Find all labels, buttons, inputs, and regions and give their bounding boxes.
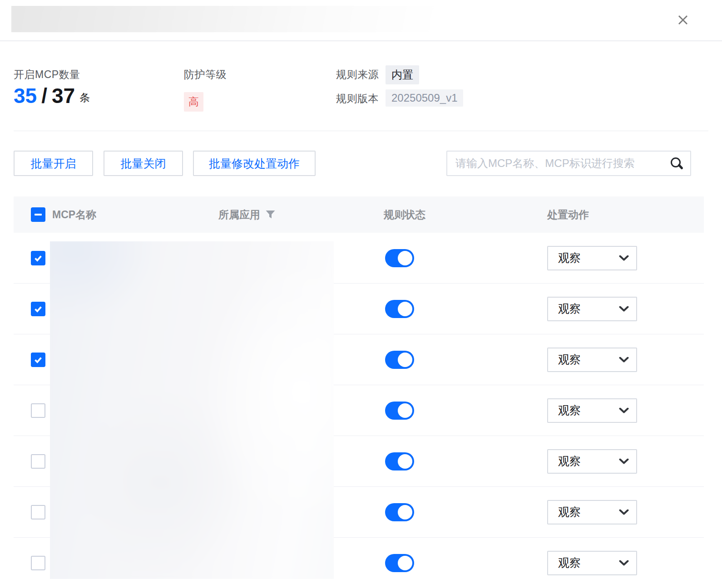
close-button[interactable] — [671, 8, 695, 32]
action-select-value: 观察 — [558, 505, 581, 519]
enabled-total: 37 — [52, 85, 75, 106]
row-checkbox[interactable] — [31, 302, 45, 316]
action-select[interactable]: 观察 — [547, 246, 637, 270]
protection-level-badge: 高 — [184, 92, 203, 112]
rule-source-label: 规则来源 — [336, 68, 379, 82]
action-select[interactable]: 观察 — [547, 449, 637, 474]
enabled-current: 35 — [14, 85, 37, 106]
filter-icon[interactable] — [266, 211, 275, 219]
chevron-down-icon — [619, 458, 629, 464]
search-input[interactable] — [447, 157, 669, 170]
chevron-down-icon — [619, 255, 629, 261]
enabled-separator: / — [41, 85, 47, 106]
enabled-count-label: 开启MCP数量 — [14, 68, 80, 82]
row-checkbox[interactable] — [31, 353, 45, 367]
action-select[interactable]: 观察 — [547, 500, 637, 524]
action-select[interactable]: 观察 — [547, 297, 637, 321]
check-icon — [33, 355, 43, 365]
column-header-mcp-name: MCP名称 — [52, 208, 96, 222]
action-select-value: 观察 — [558, 301, 581, 316]
search-icon[interactable] — [669, 156, 684, 171]
search-box — [446, 151, 691, 176]
action-select[interactable]: 观察 — [547, 551, 637, 575]
redacted-content — [50, 241, 334, 579]
row-checkbox[interactable] — [31, 556, 45, 570]
batch-disable-button[interactable]: 批量关闭 — [104, 151, 183, 176]
rule-status-toggle[interactable] — [385, 452, 414, 470]
column-header-app: 所属应用 — [218, 208, 275, 222]
action-select-value: 观察 — [558, 403, 581, 418]
chevron-down-icon — [619, 407, 629, 413]
select-all-checkbox[interactable] — [31, 207, 45, 222]
dialog-title-redacted — [11, 6, 488, 32]
rule-status-toggle[interactable] — [385, 503, 414, 521]
protection-level-label: 防护等级 — [184, 68, 227, 82]
column-header-action: 处置动作 — [547, 208, 589, 222]
enabled-unit: 条 — [79, 91, 90, 106]
action-select[interactable]: 观察 — [547, 348, 637, 372]
action-select-value: 观察 — [558, 250, 581, 265]
chevron-down-icon — [619, 306, 629, 312]
batch-enable-button[interactable]: 批量开启 — [14, 151, 93, 176]
rule-version-badge: 20250509_v1 — [386, 89, 463, 107]
rule-source-badge: 内置 — [386, 65, 419, 84]
row-checkbox[interactable] — [31, 251, 45, 265]
rule-status-toggle[interactable] — [385, 351, 414, 369]
batch-modify-action-button[interactable]: 批量修改处置动作 — [193, 151, 316, 176]
rule-status-toggle[interactable] — [385, 249, 414, 267]
chevron-down-icon — [619, 357, 629, 363]
mcp-rules-dialog: 开启MCP数量 35 / 37 条 防护等级 高 规则来源 内置 规则版本 20… — [0, 0, 722, 588]
action-select-value: 观察 — [558, 555, 581, 570]
header-divider — [0, 40, 722, 41]
close-icon — [676, 13, 690, 27]
table-header: MCP名称 所属应用 规则状态 处置动作 — [14, 196, 704, 233]
row-checkbox[interactable] — [31, 403, 45, 418]
rule-status-toggle[interactable] — [385, 402, 414, 420]
rule-status-toggle[interactable] — [385, 300, 414, 318]
chevron-down-icon — [619, 560, 629, 566]
column-header-status: 规则状态 — [384, 208, 425, 222]
rule-status-toggle[interactable] — [385, 554, 414, 572]
check-icon — [33, 253, 43, 263]
action-select[interactable]: 观察 — [547, 398, 637, 423]
minus-icon — [35, 214, 42, 216]
enabled-count-value: 35 / 37 条 — [14, 85, 90, 106]
column-header-app-label: 所属应用 — [218, 208, 260, 222]
chevron-down-icon — [619, 509, 629, 515]
rule-version-label: 规则版本 — [336, 92, 379, 106]
row-checkbox[interactable] — [31, 454, 45, 469]
row-checkbox[interactable] — [31, 505, 45, 519]
stats-divider — [14, 131, 708, 131]
action-select-value: 观察 — [558, 454, 581, 469]
check-icon — [33, 304, 43, 314]
action-select-value: 观察 — [558, 352, 581, 367]
